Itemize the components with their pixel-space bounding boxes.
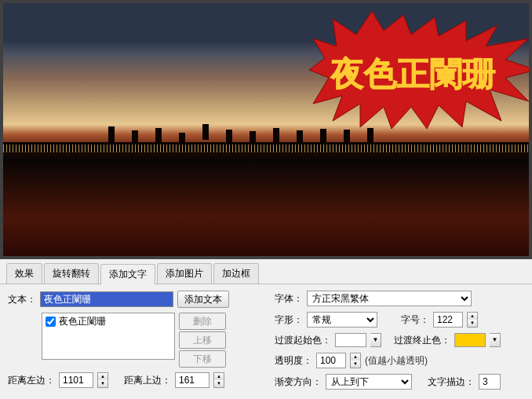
move-down-button[interactable]: 下移 <box>179 350 226 368</box>
stroke-input[interactable] <box>479 374 501 390</box>
size-label: 字号： <box>401 313 429 327</box>
margin-left-label: 距离左边： <box>8 374 55 387</box>
stroke-label: 文字描边： <box>428 375 475 389</box>
opacity-stepper[interactable]: ▲▼ <box>350 353 361 368</box>
gradient-dir-label: 渐变方向： <box>275 375 322 389</box>
tabs-bar: 效果 旋转翻转 添加文字 添加图片 加边框 <box>0 259 532 284</box>
margin-top-label: 距离上边： <box>124 374 171 387</box>
gradient-start-dropdown[interactable]: ▼ <box>370 333 381 347</box>
gradient-start-color[interactable] <box>335 333 366 347</box>
margin-left-input[interactable] <box>59 372 93 388</box>
text-overlay-burst: 夜色正闌珊 <box>309 11 529 129</box>
text-label: 文本： <box>8 293 36 306</box>
add-text-button[interactable]: 添加文本 <box>177 291 229 308</box>
size-input[interactable] <box>433 312 463 328</box>
gradient-dir-select[interactable]: 从上到下 <box>326 374 412 390</box>
opacity-label: 透明度： <box>275 354 312 368</box>
font-label: 字体： <box>275 292 303 306</box>
opacity-input[interactable] <box>316 353 346 368</box>
add-text-panel: 文本： 添加文本 夜色正闌珊 删除 上移 下移 距离左边： ▲▼ 距离上边 <box>0 284 532 399</box>
tab-add-image[interactable]: 添加图片 <box>157 263 212 284</box>
text-input[interactable] <box>40 291 173 307</box>
tab-add-border[interactable]: 加边框 <box>213 263 259 284</box>
margin-top-input[interactable] <box>175 372 210 388</box>
tab-rotate[interactable]: 旋转翻转 <box>44 263 99 284</box>
gradient-end-label: 过渡终止色： <box>394 334 450 347</box>
size-stepper[interactable]: ▲▼ <box>467 312 478 328</box>
margin-left-stepper[interactable]: ▲▼ <box>97 372 108 388</box>
gradient-end-dropdown[interactable]: ▼ <box>490 333 501 347</box>
overlay-text: 夜色正闌珊 <box>331 52 496 96</box>
gradient-start-label: 过渡起始色： <box>275 334 331 347</box>
preview-image: 夜色正闌珊 <box>3 3 529 256</box>
text-listbox[interactable]: 夜色正闌珊 <box>42 313 175 360</box>
list-item[interactable]: 夜色正闌珊 <box>42 313 174 330</box>
list-item-checkbox[interactable] <box>46 317 56 327</box>
delete-button[interactable]: 删除 <box>179 313 226 330</box>
list-item-label: 夜色正闌珊 <box>59 315 106 328</box>
move-up-button[interactable]: 上移 <box>179 331 226 349</box>
font-select[interactable]: 方正宋黑繁体 <box>307 291 472 306</box>
preview-area: 夜色正闌珊 <box>0 0 532 259</box>
style-label: 字形： <box>275 313 303 327</box>
margin-top-stepper[interactable]: ▲▼ <box>213 372 224 388</box>
tab-effects[interactable]: 效果 <box>6 263 42 284</box>
gradient-end-color[interactable] <box>454 333 486 347</box>
opacity-hint: (值越小越透明) <box>365 354 428 368</box>
style-select[interactable]: 常规 <box>307 312 377 328</box>
tab-add-text[interactable]: 添加文字 <box>100 264 155 284</box>
